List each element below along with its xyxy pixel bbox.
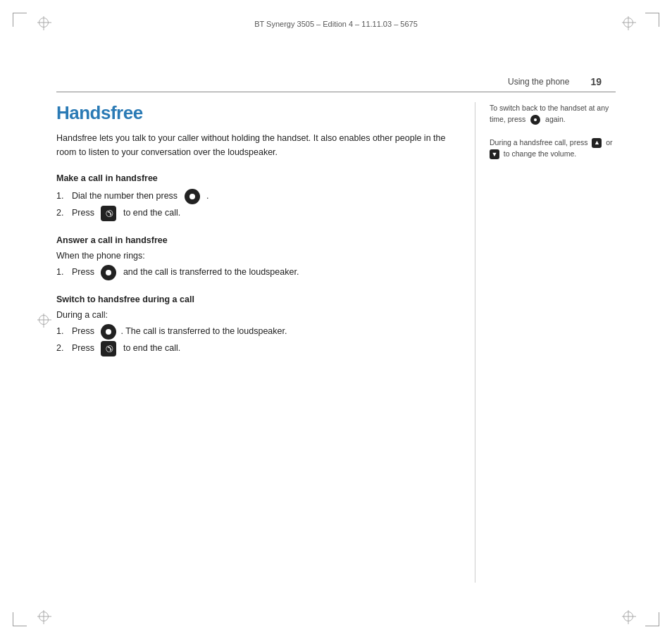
arrow-up-icon: ▲	[594, 139, 600, 146]
step-text: Press	[72, 206, 97, 221]
corner-mark-bl	[13, 612, 27, 626]
dot-small	[534, 118, 537, 121]
step-num: 2.	[56, 206, 69, 221]
crosshair-br	[623, 612, 633, 621]
arrow-down-icon: ▼	[492, 151, 498, 158]
end-call-button-2: ✆	[101, 341, 116, 356]
sidebar-note-2c: to change the volume.	[504, 149, 576, 158]
sidebar-note-1b: again.	[545, 115, 566, 123]
left-column: Handsfree Handsfree lets you talk to you…	[56, 102, 475, 583]
switch-steps: 1. Press . The call is transferred to th…	[56, 324, 454, 356]
phone-icon: ✆	[100, 206, 118, 221]
top-rule	[56, 92, 616, 92]
header-title: BT Synergy 3505 – Edition 4 – 11.11.03 –…	[254, 20, 418, 28]
section-switch-title: Switch to handsfree during a call	[56, 294, 454, 304]
answer-call-steps: 1. Press and the call is transferred to …	[56, 265, 454, 280]
step-3-2: 2. Press ✆ to end the call.	[56, 341, 454, 356]
step-num: 1.	[56, 324, 69, 339]
make-call-steps: 1. Dial the number then press . 2. Press…	[56, 189, 454, 221]
page-number: 19	[590, 76, 602, 87]
step-text: Press	[72, 324, 97, 339]
section-make-call-title: Make a call in handsfree	[56, 173, 454, 183]
handsfree-button-small	[530, 115, 540, 125]
section-switch-handsfree: Switch to handsfree during a call During…	[56, 294, 454, 356]
button-dot	[106, 329, 111, 335]
handsfree-button-1	[185, 189, 200, 204]
content-area: Handsfree Handsfree lets you talk to you…	[56, 102, 616, 583]
page-header-area: Using the phone 19	[0, 76, 616, 87]
right-column: To switch back to the handset at any tim…	[475, 102, 616, 583]
main-heading: Handsfree	[56, 102, 454, 124]
button-dot	[189, 194, 195, 199]
sidebar-note-2: During a handsfree call, press ▲ or ▼ to…	[490, 137, 616, 160]
step-num: 2.	[56, 341, 69, 356]
vol-down-button: ▼	[490, 149, 499, 159]
step-1-1: 1. Dial the number then press .	[56, 189, 454, 204]
crosshair-ml	[39, 315, 49, 325]
handsfree-button-2	[101, 265, 116, 280]
crosshair-bl	[39, 612, 49, 621]
intro-text: Handsfree lets you talk to your caller w…	[56, 131, 454, 159]
step-text-after: . The call is transferred to the loudspe…	[120, 324, 287, 339]
answer-preamble: When the phone rings:	[56, 251, 454, 261]
switch-preamble: During a call:	[56, 310, 454, 320]
step-text: Dial the number then press	[72, 189, 180, 204]
header: BT Synergy 3505 – Edition 4 – 11.11.03 –…	[0, 20, 672, 28]
page: BT Synergy 3505 – Edition 4 – 11.11.03 –…	[0, 0, 672, 639]
end-call-button-1: ✆	[101, 206, 116, 221]
step-text: Press	[72, 341, 97, 356]
section-answer-call-title: Answer a call in handsfree	[56, 235, 454, 245]
step-num: 1.	[56, 189, 69, 204]
section-title: Using the phone	[508, 77, 569, 87]
step-text: Press	[72, 265, 97, 280]
step-text-after: to end the call.	[120, 341, 180, 356]
step-period: .	[204, 189, 209, 204]
sidebar-note-2-text: During a handsfree call, press	[490, 138, 588, 147]
phone-icon: ✆	[100, 342, 118, 356]
step-3-1: 1. Press . The call is transferred to th…	[56, 324, 454, 340]
button-dot	[106, 270, 111, 275]
step-2-1: 1. Press and the call is transferred to …	[56, 265, 454, 280]
section-answer-call: Answer a call in handsfree When the phon…	[56, 235, 454, 280]
sidebar-note-2b: or	[606, 138, 612, 147]
step-text-after: and the call is transferred to the louds…	[120, 265, 299, 280]
sidebar-note-1: To switch back to the handset at any tim…	[490, 102, 616, 125]
section-make-call: Make a call in handsfree 1. Dial the num…	[56, 173, 454, 221]
step-text-after: to end the call.	[120, 206, 180, 221]
corner-mark-br	[645, 612, 659, 626]
step-num: 1.	[56, 265, 69, 280]
vol-up-button: ▲	[592, 138, 602, 148]
step-1-2: 2. Press ✆ to end the call.	[56, 206, 454, 221]
handsfree-button-3	[101, 324, 116, 340]
